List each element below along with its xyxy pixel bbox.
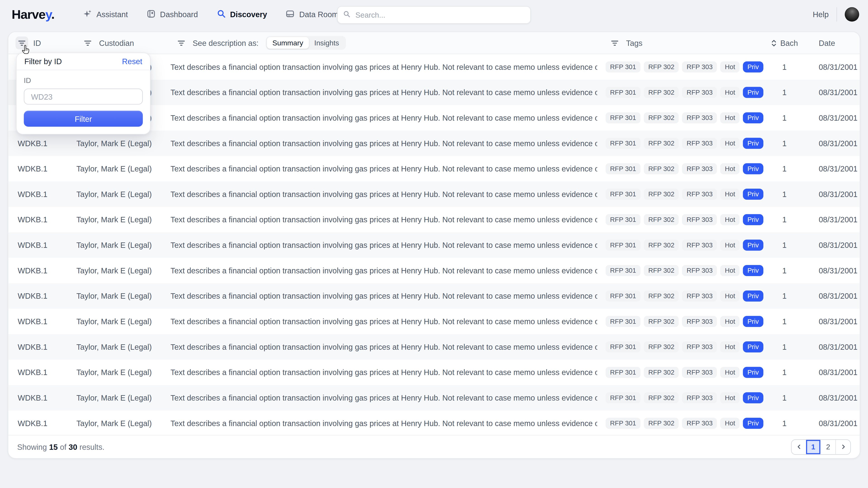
column-label-id: ID xyxy=(33,38,41,47)
tag-pill: RFP 302 xyxy=(644,291,679,302)
cell-batch: 1 xyxy=(765,266,804,275)
tag-pill: Hot xyxy=(720,163,740,174)
filter-by-id-popover: Filter by ID Reset ID Filter xyxy=(16,53,151,134)
cell-date: 08/31/2001 xyxy=(804,113,860,122)
tag-pill: RFP 303 xyxy=(682,418,717,429)
table-row[interactable]: WDKB.1 Taylor, Mark E (Legal) Text descr… xyxy=(8,258,860,283)
tag-pill: Hot xyxy=(720,239,740,251)
tag-pill: Hot xyxy=(720,265,740,276)
nav-item-discovery[interactable]: Discovery xyxy=(217,9,267,20)
cell-date: 08/31/2001 xyxy=(804,266,860,275)
nav-item-data-room[interactable]: Data Room xyxy=(286,9,338,20)
tags-filter-button[interactable] xyxy=(608,37,621,49)
tag-pill: RFP 303 xyxy=(682,163,717,174)
column-header-description: See description as: Summary Insights xyxy=(170,36,597,50)
cell-tags: RFP 301RFP 302RFP 303HotPriv xyxy=(597,163,765,174)
column-label-date: Date xyxy=(819,38,835,47)
table-row[interactable]: WDKB.1 Taylor, Mark E (Legal) Text descr… xyxy=(8,385,860,411)
cell-tags: RFP 301RFP 302RFP 303HotPriv xyxy=(597,265,765,276)
cell-date: 08/31/2001 xyxy=(804,317,860,326)
priv-tag-pill: Priv xyxy=(743,265,763,276)
nav-item-assistant[interactable]: Assistant xyxy=(83,9,128,20)
priv-tag-pill: Priv xyxy=(743,418,763,429)
popover-title: Filter by ID xyxy=(24,57,62,66)
cell-batch: 1 xyxy=(765,292,804,300)
cell-tags: RFP 301RFP 302RFP 303HotPriv xyxy=(597,341,765,352)
description-filter-button[interactable] xyxy=(175,37,188,49)
cell-custodian: Taylor, Mark E (Legal) xyxy=(76,368,170,377)
tag-pill: RFP 302 xyxy=(644,163,679,174)
cell-date: 08/31/2001 xyxy=(804,190,860,199)
page-button-2[interactable]: 2 xyxy=(820,440,835,454)
help-link[interactable]: Help xyxy=(813,10,829,19)
cell-tags: RFP 301RFP 302RFP 303HotPriv xyxy=(597,61,765,72)
cell-id: WDKB.1 xyxy=(8,343,76,351)
cell-date: 08/31/2001 xyxy=(804,240,860,250)
tag-pill: RFP 301 xyxy=(606,239,641,251)
table-header: ID Custodian See description as: Summary… xyxy=(8,32,860,54)
table-row[interactable]: WDKB.1 Taylor, Mark E (Legal) Text descr… xyxy=(8,360,860,385)
nav-right: Help xyxy=(813,7,859,22)
priv-tag-pill: Priv xyxy=(743,239,763,251)
custodian-filter-button[interactable] xyxy=(81,37,94,49)
nav-label: Assistant xyxy=(96,10,128,19)
id-filter-input[interactable] xyxy=(24,89,143,105)
drive-icon xyxy=(286,9,295,20)
tag-pill: RFP 302 xyxy=(644,392,679,403)
popover-body: ID Filter xyxy=(17,70,150,134)
results-table-card: ID Custodian See description as: Summary… xyxy=(8,32,860,459)
cell-tags: RFP 301RFP 302RFP 303HotPriv xyxy=(597,138,765,149)
id-filter-button[interactable] xyxy=(16,37,28,49)
cell-tags: RFP 301RFP 302RFP 303HotPriv xyxy=(597,214,765,225)
popover-header: Filter by ID Reset xyxy=(17,53,150,70)
tag-pill: Hot xyxy=(720,214,740,225)
table-row[interactable]: WDKB.1 Taylor, Mark E (Legal) Text descr… xyxy=(8,232,860,258)
tab-summary[interactable]: Summary xyxy=(267,37,309,48)
page-button-1[interactable]: 1 xyxy=(806,440,820,454)
tag-pill: Hot xyxy=(720,392,740,403)
priv-tag-pill: Priv xyxy=(743,214,763,225)
cell-batch: 1 xyxy=(765,419,804,428)
reset-link[interactable]: Reset xyxy=(122,57,143,66)
table-row[interactable]: WDKB.1 Taylor, Mark E (Legal) Text descr… xyxy=(8,156,860,182)
user-avatar[interactable] xyxy=(845,7,859,22)
cell-batch: 1 xyxy=(765,63,804,71)
table-row[interactable]: WDKB.1 Taylor, Mark E (Legal) Text descr… xyxy=(8,283,860,309)
nav-item-dashboard[interactable]: Dashboard xyxy=(147,9,198,20)
tag-pill: RFP 302 xyxy=(644,214,679,225)
cell-custodian: Taylor, Mark E (Legal) xyxy=(76,215,170,224)
cell-date: 08/31/2001 xyxy=(804,393,860,402)
tag-pill: RFP 301 xyxy=(606,112,641,123)
tag-pill: Hot xyxy=(720,367,740,378)
previous-page-button[interactable] xyxy=(792,440,806,454)
table-row[interactable]: WDKB.1 Taylor, Mark E (Legal) Text descr… xyxy=(8,309,860,334)
cell-id: WDKB.1 xyxy=(8,317,76,326)
cell-custodian: Taylor, Mark E (Legal) xyxy=(76,343,170,351)
priv-tag-pill: Priv xyxy=(743,189,763,200)
column-header-tags: Tags xyxy=(597,37,765,49)
nav-label: Data Room xyxy=(299,10,338,19)
tag-pill: RFP 303 xyxy=(682,265,717,276)
priv-tag-pill: Priv xyxy=(743,367,763,378)
tab-insights[interactable]: Insights xyxy=(309,37,345,48)
table-row[interactable]: WDKB.1 Taylor, Mark E (Legal) Text descr… xyxy=(8,411,860,436)
table-row[interactable]: WDKB.1 Taylor, Mark E (Legal) Text descr… xyxy=(8,182,860,207)
search-input[interactable] xyxy=(354,10,525,20)
cell-batch: 1 xyxy=(765,240,804,250)
tag-pill: RFP 303 xyxy=(682,367,717,378)
search-icon xyxy=(217,9,225,20)
tag-pill: Hot xyxy=(720,112,740,123)
priv-tag-pill: Priv xyxy=(743,291,763,302)
table-row[interactable]: WDKB.1 Taylor, Mark E (Legal) Text descr… xyxy=(8,207,860,232)
tag-pill: RFP 301 xyxy=(606,265,641,276)
next-page-button[interactable] xyxy=(835,440,850,454)
table-row[interactable]: WDKB.1 Taylor, Mark E (Legal) Text descr… xyxy=(8,334,860,360)
cell-description: Text describes a financial option transa… xyxy=(170,164,597,173)
tag-pill: Hot xyxy=(720,316,740,327)
sort-icon[interactable] xyxy=(771,39,776,46)
cell-tags: RFP 301RFP 302RFP 303HotPriv xyxy=(597,418,765,429)
cell-batch: 1 xyxy=(765,368,804,377)
priv-tag-pill: Priv xyxy=(743,61,763,72)
filter-submit-button[interactable]: Filter xyxy=(24,111,143,127)
cell-custodian: Taylor, Mark E (Legal) xyxy=(76,419,170,428)
